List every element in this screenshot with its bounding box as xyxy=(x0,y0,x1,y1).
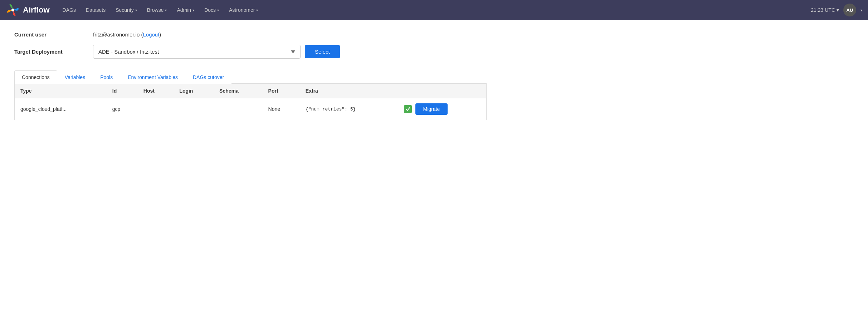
current-user-row: Current user fritz@astronomer.io (Logout… xyxy=(14,31,487,38)
cell-schema xyxy=(214,98,263,120)
migrate-checkbox[interactable] xyxy=(404,105,412,113)
astronomer-caret-icon: ▾ xyxy=(256,8,258,12)
nav-item-datasets[interactable]: Datasets xyxy=(82,4,110,16)
docs-caret-icon: ▾ xyxy=(217,8,219,12)
table-header: Type Id Host Login Schema Port Extra xyxy=(15,84,486,98)
time-caret-icon: ▾ xyxy=(837,7,839,13)
airflow-logo-icon xyxy=(6,3,20,17)
logout-link[interactable]: Logout xyxy=(143,31,159,38)
tab-connections[interactable]: Connections xyxy=(14,70,57,84)
cell-id: gcp xyxy=(107,98,138,120)
user-email: fritz@astronomer.io xyxy=(93,31,140,38)
cell-extra: {"num_retries": 5} xyxy=(300,98,398,120)
migrate-button[interactable]: Migrate xyxy=(415,103,448,115)
brand-logo-link[interactable]: Airflow xyxy=(6,3,50,17)
nav-item-security[interactable]: Security ▾ xyxy=(111,4,141,16)
cell-login xyxy=(174,98,214,120)
time-label: 21:23 UTC xyxy=(811,7,835,13)
connections-table-container: Type Id Host Login Schema Port Extra goo… xyxy=(14,84,487,120)
connections-table: Type Id Host Login Schema Port Extra goo… xyxy=(15,84,486,120)
nav-item-admin[interactable]: Admin ▾ xyxy=(172,4,199,16)
col-port: Port xyxy=(263,84,300,98)
col-login: Login xyxy=(174,84,214,98)
navbar: Airflow DAGs Datasets Security ▾ Browse … xyxy=(0,0,868,20)
nav-links: DAGs Datasets Security ▾ Browse ▾ Admin … xyxy=(58,4,811,16)
target-deployment-label: Target Deployment xyxy=(14,49,93,55)
tab-dags-cutover[interactable]: DAGs cutover xyxy=(185,70,231,84)
deployment-select[interactable]: ADE - Sandbox / fritz-test xyxy=(93,45,301,59)
nav-item-docs[interactable]: Docs ▾ xyxy=(200,4,223,16)
col-host: Host xyxy=(138,84,174,98)
current-user-label: Current user xyxy=(14,31,93,38)
col-type: Type xyxy=(15,84,107,98)
tab-variables[interactable]: Variables xyxy=(57,70,93,84)
table-body: google_cloud_platf... gcp None {"num_ret… xyxy=(15,98,486,120)
browse-caret-icon: ▾ xyxy=(165,8,167,12)
security-caret-icon: ▾ xyxy=(135,8,137,12)
tab-environment-variables[interactable]: Environment Variables xyxy=(120,70,185,84)
cell-type: google_cloud_platf... xyxy=(15,98,107,120)
brand-name: Airflow xyxy=(23,5,50,15)
col-id: Id xyxy=(107,84,138,98)
user-avatar[interactable]: AU xyxy=(843,4,856,16)
cell-port: None xyxy=(263,98,300,120)
target-deployment-row: Target Deployment ADE - Sandbox / fritz-… xyxy=(14,45,487,59)
nav-item-browse[interactable]: Browse ▾ xyxy=(143,4,171,16)
tabs-container: Connections Variables Pools Environment … xyxy=(14,70,487,84)
select-button[interactable]: Select xyxy=(305,45,340,58)
migrate-cell: Migrate xyxy=(404,103,481,115)
nav-item-astronomer[interactable]: Astronomer ▾ xyxy=(225,4,262,16)
main-content: Current user fritz@astronomer.io (Logout… xyxy=(0,20,501,132)
current-user-value: fritz@astronomer.io (Logout) xyxy=(93,31,161,38)
table-row: google_cloud_platf... gcp None {"num_ret… xyxy=(15,98,486,120)
cell-host xyxy=(138,98,174,120)
col-extra: Extra xyxy=(300,84,398,98)
nav-item-dags[interactable]: DAGs xyxy=(58,4,80,16)
avatar-caret-icon[interactable]: ▾ xyxy=(860,8,862,12)
checkmark-icon xyxy=(405,107,410,112)
nav-right: 21:23 UTC ▾ AU ▾ xyxy=(811,4,862,16)
tab-pools[interactable]: Pools xyxy=(93,70,120,84)
svg-point-0 xyxy=(11,9,14,11)
time-display[interactable]: 21:23 UTC ▾ xyxy=(811,7,839,13)
deployment-select-wrapper: ADE - Sandbox / fritz-test Select xyxy=(93,45,340,59)
cell-actions: Migrate xyxy=(398,98,486,120)
admin-caret-icon: ▾ xyxy=(192,8,194,12)
col-actions xyxy=(398,84,486,98)
col-schema: Schema xyxy=(214,84,263,98)
